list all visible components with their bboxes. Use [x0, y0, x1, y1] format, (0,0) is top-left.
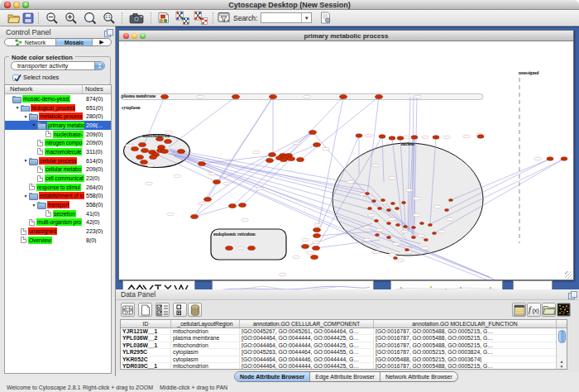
column-header[interactable]: ID	[121, 320, 171, 327]
tree-row-establishment-of-lo[interactable]: ▼establishment of lo558(0)	[5, 192, 111, 201]
compartment-label: plasma membrane	[122, 93, 156, 98]
tree-row-label: response to stimul	[36, 184, 81, 191]
function-builder-button[interactable]: f(x)	[527, 303, 541, 317]
import-attributes-button[interactable]	[542, 303, 556, 317]
search-options-icon	[319, 12, 332, 24]
table-row[interactable]: YKR052Ccytoplasm[GO:0044464, GO:0044446,…	[121, 356, 567, 363]
tree-row-cellular-process[interactable]: ▼cellular process614(0)	[5, 156, 111, 165]
edges	[144, 97, 564, 280]
group-title: Node color selection	[9, 54, 75, 61]
toolbar-separator	[151, 12, 151, 24]
unselect-attributes-button[interactable]	[173, 303, 187, 317]
tree-row-mosaic-demo-yeast[interactable]: mosaic-demo-yeast874(0)	[5, 94, 111, 103]
attribute-table: ID_cellularLayoutRegionannotation.GO CEL…	[120, 319, 567, 370]
tab-mosaic[interactable]: Mosaic	[56, 39, 93, 45]
table-row[interactable]: YDR039C__1mitochondrion[GO:0044464, GO:0…	[121, 363, 567, 370]
expander-icon[interactable]: ▼	[31, 203, 37, 208]
tree-row-count: 209(0)	[84, 166, 111, 172]
compartment-nucleus[interactable]	[333, 143, 483, 256]
table-row[interactable]: YPL036W__1mitochondrion[GO:0044464, GO:0…	[121, 342, 567, 349]
minimized-window[interactable]	[513, 280, 553, 289]
tree-row-nucleobase-[interactable]: nucleobase-209(0)	[5, 130, 111, 139]
expander-icon[interactable]: ▼	[22, 158, 29, 163]
scrollbar-arrows-icon[interactable]: ▲▼	[557, 359, 567, 369]
select-attributes-button[interactable]	[156, 303, 170, 317]
network-panel-button[interactable]	[155, 11, 172, 26]
resize-grip[interactable]	[565, 271, 572, 279]
expander-icon[interactable]: ▼	[31, 122, 37, 127]
search-dropdown-icon[interactable]: ▼	[301, 13, 311, 22]
minimized-window[interactable]	[212, 280, 374, 289]
data-panel-header: Data Panel	[116, 289, 579, 300]
tab-network[interactable]: Network	[5, 39, 56, 45]
compartment-plasma-membrane[interactable]	[121, 94, 483, 100]
save-session-button[interactable]	[21, 11, 35, 26]
zoom-in-button[interactable]	[61, 11, 80, 26]
column-header[interactable]: _cellularLayoutRegion	[171, 320, 240, 327]
destroy-network-button[interactable]	[192, 11, 209, 26]
node-color-combobox[interactable]: transporter activity ▲▼	[11, 61, 105, 70]
tree-row-macromolecule[interactable]: macromolecule311(0)	[5, 147, 111, 156]
table-scrollbar[interactable]: ▲▼	[556, 328, 567, 369]
new-attribute-button[interactable]	[138, 303, 152, 317]
tree-row-transport[interactable]: ▼transport558(0)	[5, 200, 111, 209]
tree-row-multi-organism-pro[interactable]: multi-organism pro42(0)	[5, 218, 111, 227]
vizmapper-button[interactable]	[217, 11, 232, 26]
tree-row-unassigned[interactable]: unassigned223(0)	[5, 227, 111, 236]
scrollbar-thumb[interactable]	[558, 330, 566, 343]
zoom-selected-button[interactable]	[80, 11, 99, 26]
tree-header-nodes[interactable]: Nodes	[83, 85, 111, 93]
table-row[interactable]: YJR121W__1mitochondrion[GO:0045267, GO:0…	[121, 328, 567, 335]
open-session-button[interactable]	[7, 11, 21, 26]
more-tabs-button[interactable]: ▶	[93, 39, 111, 45]
search-input[interactable]	[261, 13, 301, 22]
toolbar-separator	[38, 12, 39, 24]
zoom-out-button[interactable]	[42, 11, 61, 26]
folder-icon	[12, 96, 21, 102]
table-settings-button[interactable]	[121, 303, 135, 317]
tree-row-primary-metabo[interactable]: ▼primary metabo209(...	[5, 121, 111, 130]
duplicate-network-button[interactable]	[172, 11, 192, 26]
tree-row-secretion[interactable]: secretion41(0)	[5, 209, 111, 218]
zoom-fit-button[interactable]: 1:1	[99, 11, 118, 26]
tab-node-attribute-browser[interactable]: Node Attribute Browser	[235, 372, 310, 381]
tree-header-network[interactable]: Network	[5, 85, 83, 93]
table-row[interactable]: YPL036W__2plasma membrane[GO:0044464, GO…	[121, 335, 567, 342]
table-cell: [GO:0044464, GO:0044444, GO:0044425, G…	[240, 342, 374, 348]
tab-edge-attribute-browser[interactable]: Edge Attribute Browser	[310, 372, 380, 381]
network-canvas[interactable]: plasma membranecytoplasmmitochondrionnuc…	[119, 41, 573, 280]
tree-row-label: establishment of lo	[39, 192, 84, 199]
tab-network-label: Network	[25, 40, 46, 45]
minimized-window[interactable]	[122, 280, 195, 289]
expander-icon[interactable]: ▼	[22, 114, 29, 119]
heatmap-button[interactable]	[557, 303, 571, 317]
network-window-titlebar[interactable]: primary metabolic process	[119, 31, 573, 41]
tree-row-label: unassigned	[28, 227, 57, 235]
float-panel-icon[interactable]	[104, 29, 112, 36]
tree-row-response-to-stimul[interactable]: response to stimul264(0)	[5, 183, 111, 192]
tree-row-biological-process[interactable]: ▼biological_process651(0)	[5, 103, 111, 112]
float-panel-icon[interactable]	[568, 291, 576, 299]
minimized-window[interactable]	[390, 280, 503, 289]
table-cell: YLR295C	[121, 349, 171, 355]
tree-row-cellular-metabo[interactable]: cellular metabo209(0)	[5, 165, 111, 174]
tree-row-cell-communicat[interactable]: cell communicat22(0)	[5, 174, 111, 183]
delete-attribute-button[interactable]	[188, 303, 202, 317]
select-nodes-checkbox[interactable]	[12, 74, 19, 81]
tree-row-nitrogen-compo[interactable]: nitrogen compo209(0)	[5, 138, 111, 147]
table-row[interactable]: YLR295Ccytoplasm[GO:0045263, GO:0044464,…	[121, 349, 567, 356]
tree-row-overview[interactable]: Overview8(0)	[5, 236, 111, 245]
column-header[interactable]: annotation.GO MOLECULAR_FUNCTION	[374, 320, 557, 327]
expander-icon[interactable]: ▼	[22, 194, 29, 198]
snapshot-button[interactable]	[126, 11, 147, 26]
expander-icon[interactable]: ▼	[14, 105, 21, 110]
table-cell: YDR039C__1	[121, 363, 171, 369]
table-cell: mitochondrion	[171, 342, 240, 348]
column-header[interactable]: annotation.GO CELLULAR_COMPONENT	[240, 320, 374, 327]
window-titlebar[interactable]: Cytoscape Desktop (New Session)	[0, 0, 579, 10]
tab-network-attribute-browser[interactable]: Network Attribute Browser	[380, 372, 457, 381]
tree-row-metabolic-process[interactable]: ▼metabolic process280(0)	[5, 112, 111, 121]
attribute-list-button[interactable]	[512, 303, 526, 317]
search-options-button[interactable]	[317, 11, 333, 26]
control-panel-title: Control Panel	[0, 28, 104, 36]
